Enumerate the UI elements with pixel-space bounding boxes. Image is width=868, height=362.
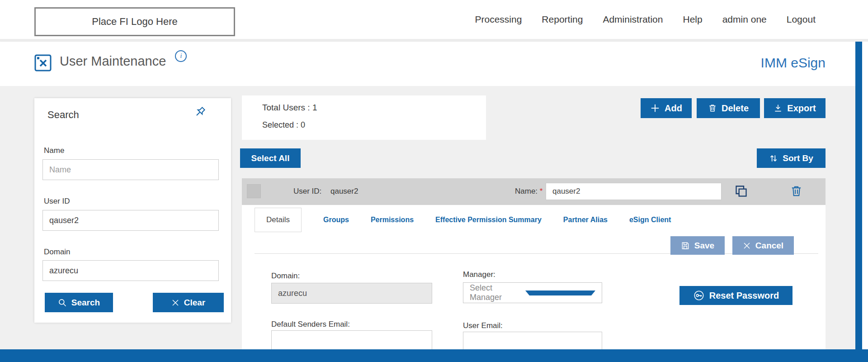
clear-x-icon bbox=[171, 299, 179, 307]
required-asterisk: * bbox=[540, 187, 543, 195]
nav-item-help[interactable]: Help bbox=[683, 14, 702, 25]
search-icon bbox=[58, 298, 67, 307]
search-domain-input[interactable] bbox=[42, 260, 219, 281]
select-all-label: Select All bbox=[251, 153, 290, 163]
user-email-input[interactable] bbox=[463, 332, 602, 349]
title-bar: User Maintenance i IMM eSign bbox=[0, 42, 855, 86]
tab-strip: Details Groups Permissions Effective Per… bbox=[255, 208, 671, 232]
user-email-label: User Email: bbox=[463, 321, 503, 330]
tab-groups[interactable]: Groups bbox=[323, 208, 349, 232]
page-title: User Maintenance bbox=[60, 54, 166, 69]
total-users-label: Total Users : bbox=[262, 103, 310, 112]
reset-password-button[interactable]: Reset Password bbox=[679, 286, 793, 305]
selected-value: 0 bbox=[301, 120, 305, 129]
user-id-value: qauser2 bbox=[330, 187, 358, 196]
sort-by-button[interactable]: Sort By bbox=[757, 148, 826, 168]
user-id-label: User ID: bbox=[293, 187, 321, 196]
export-button-label: Export bbox=[787, 103, 816, 114]
delete-user-button[interactable] bbox=[790, 185, 803, 199]
manager-field-label: Manager: bbox=[463, 270, 495, 279]
nav-item-logout[interactable]: Logout bbox=[787, 14, 816, 25]
delete-button[interactable]: Delete bbox=[697, 98, 760, 118]
row-name-input[interactable] bbox=[546, 183, 722, 200]
top-nav: Processing Reporting Administration Help… bbox=[475, 0, 816, 39]
user-maintenance-page: Place FI Logo Here Processing Reporting … bbox=[0, 0, 868, 362]
domain-field-label: Domain: bbox=[271, 272, 300, 281]
name-label-text: Name: bbox=[515, 187, 538, 195]
tab-permissions[interactable]: Permissions bbox=[371, 208, 414, 232]
delete-button-label: Delete bbox=[722, 103, 749, 114]
search-userid-input[interactable] bbox=[42, 210, 219, 231]
trash-icon bbox=[708, 104, 717, 113]
tab-effective-permission-summary[interactable]: Effective Permission Summary bbox=[435, 208, 542, 232]
search-domain-label: Domain bbox=[44, 248, 71, 257]
nav-item-administration[interactable]: Administration bbox=[603, 14, 663, 25]
export-button[interactable]: Export bbox=[764, 98, 826, 118]
info-icon[interactable]: i bbox=[175, 50, 187, 62]
nav-item-reporting[interactable]: Reporting bbox=[542, 14, 583, 25]
top-header: Place FI Logo Here Processing Reporting … bbox=[0, 0, 868, 42]
row-checkbox[interactable] bbox=[247, 184, 261, 198]
fi-logo-placeholder: Place FI Logo Here bbox=[34, 7, 235, 36]
tab-partner-alias[interactable]: Partner Alias bbox=[563, 208, 608, 232]
default-senders-email-input[interactable] bbox=[271, 330, 432, 349]
manager-select[interactable]: Select Manager bbox=[463, 282, 602, 303]
default-senders-email-label: Default Senders Email: bbox=[271, 320, 350, 329]
cancel-x-icon bbox=[743, 242, 751, 250]
key-circle-icon bbox=[693, 290, 705, 301]
add-button[interactable]: Add bbox=[641, 98, 692, 118]
reset-password-label: Reset Password bbox=[709, 291, 779, 301]
search-panel-title: Search bbox=[47, 109, 79, 121]
row-name-label: Name: * bbox=[515, 187, 542, 196]
user-maintenance-page-icon bbox=[34, 54, 52, 71]
add-button-label: Add bbox=[665, 103, 682, 114]
copy-icon bbox=[734, 184, 749, 199]
total-users-text: Total Users : 1 bbox=[262, 103, 317, 113]
search-panel: Search Name User ID Domain Search Clear bbox=[34, 98, 231, 323]
clear-button-label: Clear bbox=[184, 298, 206, 308]
sort-by-label: Sort By bbox=[783, 153, 813, 163]
export-download-icon bbox=[774, 104, 783, 113]
save-floppy-icon bbox=[681, 241, 690, 250]
save-button-label: Save bbox=[694, 241, 714, 251]
row-trash-icon bbox=[790, 185, 803, 198]
cancel-button[interactable]: Cancel bbox=[732, 236, 794, 255]
nav-item-processing[interactable]: Processing bbox=[475, 14, 522, 25]
domain-field bbox=[271, 283, 432, 304]
tab-details[interactable]: Details bbox=[255, 208, 302, 232]
user-row: User ID: qauser2 Name: * bbox=[242, 178, 826, 205]
fi-logo-text: Place FI Logo Here bbox=[92, 16, 178, 28]
tab-esign-client[interactable]: eSign Client bbox=[629, 208, 671, 232]
footer-bar bbox=[0, 349, 868, 362]
pin-icon[interactable] bbox=[193, 105, 208, 120]
right-scrollbar-strip[interactable] bbox=[855, 42, 862, 362]
selected-text: Selected : 0 bbox=[262, 120, 305, 130]
user-details-panel: Details Groups Permissions Effective Per… bbox=[242, 205, 826, 349]
clear-button[interactable]: Clear bbox=[153, 293, 224, 312]
sort-arrows-icon bbox=[769, 154, 778, 163]
manager-selected-value: Select Manager bbox=[463, 283, 525, 302]
caret-down-icon bbox=[525, 291, 595, 295]
search-name-input[interactable] bbox=[42, 159, 219, 180]
search-name-label: Name bbox=[44, 146, 64, 155]
nav-item-admin-one[interactable]: admin one bbox=[722, 14, 767, 25]
selected-label: Selected : bbox=[262, 120, 298, 129]
search-button-label: Search bbox=[71, 298, 100, 308]
search-userid-label: User ID bbox=[44, 197, 70, 206]
copy-user-button[interactable] bbox=[734, 184, 749, 200]
search-button[interactable]: Search bbox=[45, 293, 113, 312]
select-all-button[interactable]: Select All bbox=[240, 148, 301, 168]
stats-card: Total Users : 1 Selected : 0 bbox=[242, 95, 486, 140]
cancel-button-label: Cancel bbox=[755, 241, 783, 251]
brand-logo-text: IMM eSign bbox=[761, 55, 826, 71]
save-button[interactable]: Save bbox=[670, 236, 725, 255]
plus-icon bbox=[650, 103, 660, 113]
total-users-value: 1 bbox=[312, 103, 317, 112]
